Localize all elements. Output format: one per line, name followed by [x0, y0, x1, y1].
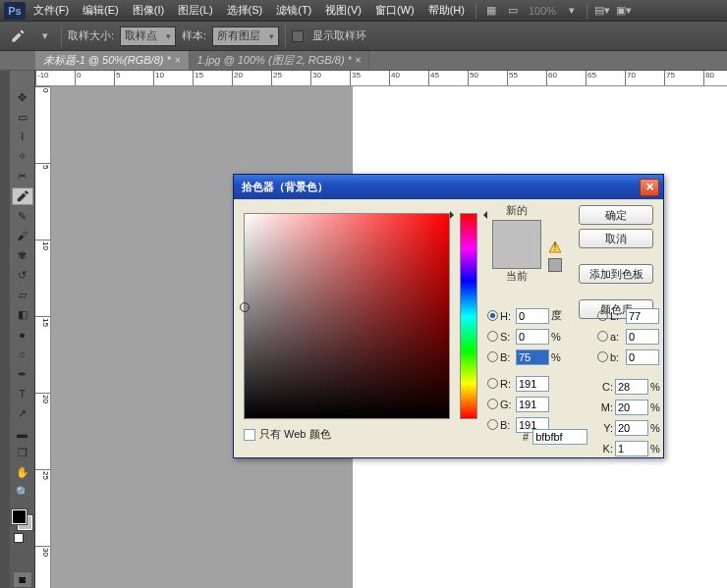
gamut-warning-icon[interactable]: ! — [548, 241, 562, 254]
ok-button[interactable]: 确定 — [579, 205, 653, 225]
shape-tool-icon[interactable]: ▬ — [12, 424, 33, 442]
close-icon[interactable]: × — [175, 55, 181, 66]
gradient-tool-icon[interactable]: ◧ — [12, 306, 33, 324]
k-input[interactable] — [615, 441, 648, 456]
sample-layers-select[interactable]: 所有图层 — [212, 27, 279, 46]
web-only-checkbox[interactable] — [244, 429, 255, 441]
radio-L[interactable] — [597, 310, 608, 321]
quickmask-icon[interactable]: ◙ — [13, 571, 32, 588]
s-unit: % — [551, 331, 567, 343]
menu-file[interactable]: 文件(F) — [28, 1, 75, 20]
menu-help[interactable]: 帮助(H) — [422, 1, 471, 20]
radio-a[interactable] — [597, 331, 608, 342]
horizontal-ruler: -1005101520253035404550556065707580 — [35, 71, 727, 86]
m-label: M: — [597, 401, 613, 413]
document-tab[interactable]: 未标题-1 @ 50%(RGB/8) *× — [35, 51, 190, 70]
menu-image[interactable]: 图像(I) — [127, 1, 170, 20]
radio-r[interactable] — [487, 378, 498, 389]
radio-b[interactable] — [487, 351, 498, 362]
stamp-tool-icon[interactable]: ✾ — [12, 246, 33, 264]
foreground-swatch[interactable] — [12, 509, 27, 524]
heal-tool-icon[interactable]: ✎ — [12, 207, 33, 225]
crop-tool-icon[interactable]: ✂ — [12, 168, 33, 186]
blur-tool-icon[interactable]: ● — [12, 326, 33, 344]
show-ring-label: 显示取样环 — [312, 28, 366, 43]
arrange-icon[interactable]: ▤▾ — [592, 2, 612, 20]
new-color-swatch — [493, 221, 540, 244]
zoom-level: 100% — [525, 5, 560, 17]
3d-tool-icon[interactable]: ❒ — [12, 445, 33, 462]
b-input[interactable] — [516, 349, 549, 365]
cancel-button[interactable]: 取消 — [579, 229, 653, 248]
r-label: R: — [500, 378, 514, 390]
hand-tool-icon[interactable]: ✋ — [12, 464, 33, 482]
eyedropper-tool-icon[interactable] — [12, 187, 33, 205]
default-colors-icon[interactable] — [14, 533, 24, 543]
websafe-swatch-icon[interactable] — [548, 258, 562, 272]
toolbox: ✥ ▭ ⌇ ✧ ✂ ✎ 🖌 ✾ ↺ ▱ ◧ ● ○ ✒ T ↗ ▬ ❒ ✋ 🔍 … — [10, 71, 35, 588]
lb-input[interactable] — [626, 349, 659, 365]
close-button[interactable]: ✕ — [640, 179, 659, 196]
launch-bridge-icon[interactable]: ▦ — [481, 2, 501, 20]
bl-label: B: — [500, 419, 514, 431]
path-tool-icon[interactable]: ↗ — [12, 404, 33, 422]
menu-window[interactable]: 窗口(W) — [369, 1, 420, 20]
eraser-tool-icon[interactable]: ▱ — [12, 287, 33, 304]
y-input[interactable] — [615, 420, 648, 436]
zoom-tool-icon[interactable]: 🔍 — [12, 484, 33, 502]
lasso-tool-icon[interactable]: ⌇ — [12, 128, 33, 145]
pen-tool-icon[interactable]: ✒ — [12, 365, 33, 383]
move-tool-icon[interactable]: ✥ — [12, 88, 33, 106]
color-cursor[interactable] — [240, 302, 250, 312]
dodge-tool-icon[interactable]: ○ — [12, 346, 33, 363]
c-input[interactable] — [615, 379, 648, 395]
radio-lb[interactable] — [597, 351, 608, 362]
document-tab-bar: 未标题-1 @ 50%(RGB/8) *× 1.jpg @ 100% (图层 2… — [0, 51, 727, 71]
vertical-ruler: 051015202530 — [35, 86, 51, 588]
menu-view[interactable]: 视图(V) — [319, 1, 367, 20]
a-input[interactable] — [626, 329, 659, 345]
new-current-swatch[interactable] — [492, 220, 541, 269]
sample-label: 样本: — [182, 28, 206, 43]
radio-s[interactable] — [487, 331, 498, 342]
app-logo: Ps — [4, 2, 26, 20]
type-tool-icon[interactable]: T — [12, 385, 33, 402]
tool-preset-chevron-icon[interactable]: ▾ — [35, 27, 55, 45]
h-input[interactable] — [516, 308, 549, 324]
screenmode-icon[interactable]: ▣▾ — [614, 2, 634, 20]
color-swatches[interactable] — [12, 509, 33, 540]
radio-g[interactable] — [487, 399, 498, 409]
chevron-down-icon[interactable]: ▾ — [562, 2, 582, 20]
show-ring-checkbox[interactable] — [292, 30, 304, 42]
g-input[interactable] — [516, 397, 549, 412]
hue-slider-thumb[interactable] — [456, 211, 481, 219]
wand-tool-icon[interactable]: ✧ — [12, 147, 33, 165]
sample-size-label: 取样大小: — [68, 28, 114, 43]
menu-bar: Ps 文件(F) 编辑(E) 图像(I) 图层(L) 选择(S) 滤镜(T) 视… — [0, 0, 727, 22]
menu-layer[interactable]: 图层(L) — [172, 1, 218, 20]
history-brush-tool-icon[interactable]: ↺ — [12, 266, 33, 284]
m-input[interactable] — [615, 400, 648, 415]
eyedropper-tool-icon[interactable] — [6, 26, 29, 47]
radio-h[interactable] — [487, 310, 498, 321]
add-swatch-button[interactable]: 添加到色板 — [579, 264, 653, 284]
viewmode-icon[interactable]: ▭ — [503, 2, 523, 20]
hue-slider[interactable] — [460, 213, 477, 419]
L-input[interactable] — [626, 308, 659, 324]
hex-input[interactable] — [532, 429, 587, 445]
document-tab[interactable]: 1.jpg @ 100% (图层 2, RGB/8) * × — [190, 51, 370, 70]
s-input[interactable] — [516, 329, 549, 345]
y-label: Y: — [597, 422, 613, 434]
brush-tool-icon[interactable]: 🖌 — [12, 227, 33, 244]
menu-edit[interactable]: 编辑(E) — [77, 1, 125, 20]
svg-text:!: ! — [553, 241, 556, 252]
radio-bl[interactable] — [487, 419, 498, 430]
new-label: 新的 — [489, 203, 544, 218]
menu-select[interactable]: 选择(S) — [221, 1, 269, 20]
menu-filter[interactable]: 滤镜(T) — [270, 1, 317, 20]
dialog-titlebar[interactable]: 拾色器（背景色） ✕ — [234, 175, 663, 199]
sample-size-select[interactable]: 取样点 — [120, 27, 176, 46]
color-field[interactable] — [244, 213, 450, 419]
r-input[interactable] — [516, 376, 549, 392]
marquee-tool-icon[interactable]: ▭ — [12, 108, 33, 126]
